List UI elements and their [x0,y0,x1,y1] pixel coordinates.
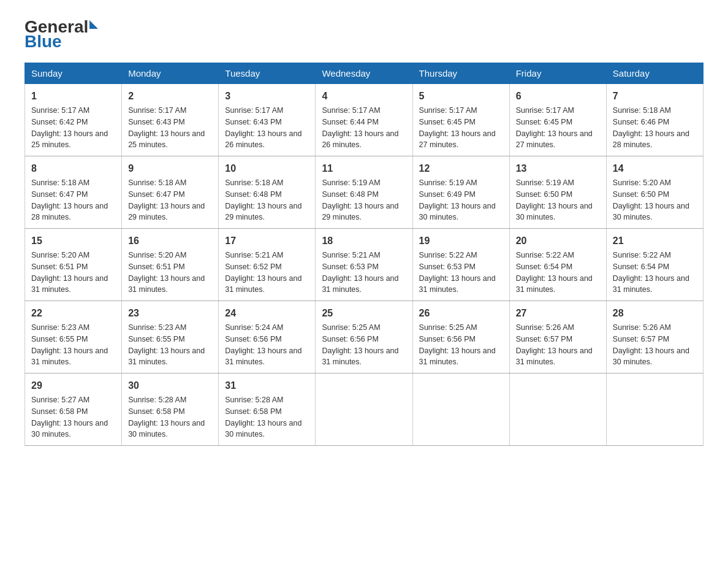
sunrise-text: Sunrise: 5:20 AM [128,251,186,259]
daylight-text: Daylight: 13 hours and 31 minutes. [613,274,689,294]
day-number: 7 [613,89,697,104]
sunset-text: Sunset: 6:53 PM [419,262,476,271]
day-number: 8 [31,161,115,176]
sunrise-text: Sunrise: 5:19 AM [322,178,380,187]
calendar-cell: 26Sunrise: 5:25 AMSunset: 6:56 PMDayligh… [412,301,509,373]
sunset-text: Sunset: 6:53 PM [322,262,378,271]
calendar-cell: 14Sunrise: 5:20 AMSunset: 6:50 PMDayligh… [606,156,703,229]
day-number: 26 [419,306,503,321]
sunrise-text: Sunrise: 5:18 AM [128,178,186,187]
calendar-cell: 25Sunrise: 5:25 AMSunset: 6:56 PMDayligh… [316,301,412,373]
day-number: 25 [322,306,406,321]
calendar-table: SundayMondayTuesdayWednesdayThursdayFrid… [25,63,703,446]
day-number: 21 [613,234,697,248]
sunset-text: Sunset: 6:51 PM [128,262,184,271]
sunset-text: Sunset: 6:52 PM [225,262,281,271]
sunset-text: Sunset: 6:57 PM [613,335,669,343]
calendar-cell: 2Sunrise: 5:17 AMSunset: 6:43 PMDaylight… [122,84,219,156]
calendar-cell: 16Sunrise: 5:20 AMSunset: 6:51 PMDayligh… [122,229,219,301]
daylight-text: Daylight: 13 hours and 25 minutes. [31,129,108,150]
daylight-text: Daylight: 13 hours and 25 minutes. [128,129,205,150]
day-number: 23 [128,306,212,321]
daylight-text: Daylight: 13 hours and 31 minutes. [31,274,108,294]
day-number: 20 [516,234,600,248]
calendar-cell: 12Sunrise: 5:19 AMSunset: 6:49 PMDayligh… [412,156,509,229]
daylight-text: Daylight: 13 hours and 30 minutes. [419,202,496,222]
sunset-text: Sunset: 6:58 PM [225,407,281,416]
sunrise-text: Sunrise: 5:18 AM [613,106,671,115]
day-number: 3 [225,89,309,104]
sunset-text: Sunset: 6:46 PM [613,118,669,126]
day-number: 19 [419,234,503,248]
daylight-text: Daylight: 13 hours and 31 minutes. [419,347,496,367]
daylight-text: Daylight: 13 hours and 29 minutes. [225,202,301,222]
sunset-text: Sunset: 6:48 PM [322,190,378,199]
sunrise-text: Sunrise: 5:17 AM [419,106,477,115]
calendar-week-row: 8Sunrise: 5:18 AMSunset: 6:47 PMDaylight… [25,156,703,229]
daylight-text: Daylight: 13 hours and 26 minutes. [225,129,301,150]
calendar-cell: 11Sunrise: 5:19 AMSunset: 6:48 PMDayligh… [316,156,412,229]
day-number: 17 [225,234,309,248]
daylight-text: Daylight: 13 hours and 31 minutes. [128,274,205,294]
sunrise-text: Sunrise: 5:18 AM [31,178,89,187]
calendar-cell: 30Sunrise: 5:28 AMSunset: 6:58 PMDayligh… [122,373,219,446]
sunset-text: Sunset: 6:51 PM [31,262,88,271]
daylight-text: Daylight: 13 hours and 31 minutes. [419,274,496,294]
sunset-text: Sunset: 6:54 PM [613,262,669,271]
sunrise-text: Sunrise: 5:17 AM [516,106,574,115]
sunset-text: Sunset: 6:55 PM [128,335,184,343]
logo: General Blue [25,18,98,50]
calendar-cell: 3Sunrise: 5:17 AMSunset: 6:43 PMDaylight… [219,84,316,156]
sunrise-text: Sunrise: 5:17 AM [322,106,380,115]
day-number: 4 [322,89,406,104]
logo-blue: Blue [25,33,62,50]
daylight-text: Daylight: 13 hours and 31 minutes. [322,274,398,294]
daylight-text: Daylight: 13 hours and 30 minutes. [516,202,593,222]
day-number: 2 [128,89,212,104]
day-number: 22 [31,306,115,321]
calendar-cell: 17Sunrise: 5:21 AMSunset: 6:52 PMDayligh… [219,229,316,301]
sunset-text: Sunset: 6:47 PM [31,190,88,199]
calendar-week-row: 15Sunrise: 5:20 AMSunset: 6:51 PMDayligh… [25,229,703,301]
daylight-text: Daylight: 13 hours and 31 minutes. [128,347,205,367]
sunrise-text: Sunrise: 5:17 AM [225,106,283,115]
sunset-text: Sunset: 6:56 PM [419,335,476,343]
sunset-text: Sunset: 6:43 PM [225,118,281,126]
sunset-text: Sunset: 6:50 PM [613,190,669,199]
sunrise-text: Sunrise: 5:27 AM [31,396,89,404]
daylight-text: Daylight: 13 hours and 30 minutes. [613,202,689,222]
sunset-text: Sunset: 6:48 PM [225,190,281,199]
daylight-text: Daylight: 13 hours and 30 minutes. [225,419,301,439]
daylight-text: Daylight: 13 hours and 27 minutes. [419,129,496,150]
sunset-text: Sunset: 6:43 PM [128,118,184,126]
calendar-cell: 6Sunrise: 5:17 AMSunset: 6:45 PMDaylight… [509,84,606,156]
sunrise-text: Sunrise: 5:23 AM [31,323,89,332]
sunrise-text: Sunrise: 5:25 AM [322,323,380,332]
sunset-text: Sunset: 6:45 PM [516,118,572,126]
logo-arrow-icon [89,20,98,29]
daylight-text: Daylight: 13 hours and 31 minutes. [516,347,593,367]
sunrise-text: Sunrise: 5:25 AM [419,323,477,332]
daylight-text: Daylight: 13 hours and 26 minutes. [322,129,398,150]
day-number: 12 [419,161,503,176]
sunset-text: Sunset: 6:44 PM [322,118,378,126]
sunset-text: Sunset: 6:56 PM [225,335,281,343]
sunrise-text: Sunrise: 5:20 AM [613,178,671,187]
calendar-cell: 27Sunrise: 5:26 AMSunset: 6:57 PMDayligh… [509,301,606,373]
day-number: 29 [31,378,115,393]
daylight-text: Daylight: 13 hours and 29 minutes. [128,202,205,222]
sunset-text: Sunset: 6:55 PM [31,335,88,343]
calendar-week-row: 1Sunrise: 5:17 AMSunset: 6:42 PMDaylight… [25,84,703,156]
calendar-header-row: SundayMondayTuesdayWednesdayThursdayFrid… [25,63,703,84]
day-number: 9 [128,161,212,176]
sunset-text: Sunset: 6:58 PM [128,407,184,416]
sunrise-text: Sunrise: 5:19 AM [419,178,477,187]
sunset-text: Sunset: 6:54 PM [516,262,572,271]
sunrise-text: Sunrise: 5:24 AM [225,323,283,332]
calendar-cell: 1Sunrise: 5:17 AMSunset: 6:42 PMDaylight… [25,84,122,156]
calendar-cell: 23Sunrise: 5:23 AMSunset: 6:55 PMDayligh… [122,301,219,373]
sunrise-text: Sunrise: 5:26 AM [516,323,574,332]
calendar-cell: 10Sunrise: 5:18 AMSunset: 6:48 PMDayligh… [219,156,316,229]
calendar-cell: 13Sunrise: 5:19 AMSunset: 6:50 PMDayligh… [509,156,606,229]
calendar-cell: 20Sunrise: 5:22 AMSunset: 6:54 PMDayligh… [509,229,606,301]
